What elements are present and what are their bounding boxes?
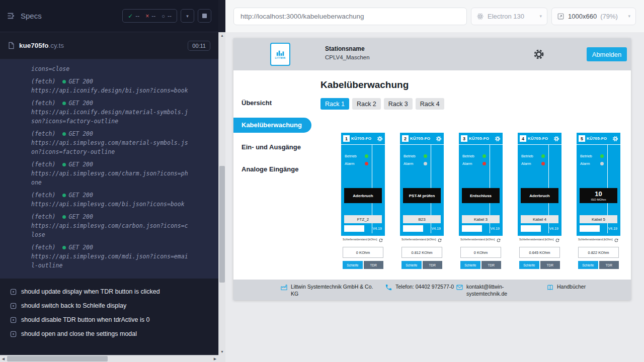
mode-buttons: Schleife TDR [460, 261, 501, 269]
fetch-log-line[interactable]: (fetch)GET 200 [31, 212, 190, 221]
refresh-icon[interactable] [378, 238, 383, 243]
log-entry[interactable]: https://api.simplesvg.com/carbon.json?ic… [31, 221, 190, 239]
factory-icon [280, 284, 288, 291]
horizontal-scrollbar[interactable]: ◀ ▶ [0, 355, 218, 362]
stop-icon [202, 14, 207, 18]
aux-input-field[interactable] [521, 225, 541, 232]
test-stats: ✓-- ×-- ○-- [122, 9, 177, 23]
log-entry[interactable]: (fetch)GET 200 [31, 160, 190, 169]
log-entry[interactable]: icons=close [31, 64, 190, 73]
fetch-log-line[interactable]: (fetch)GET 200 [31, 129, 190, 138]
test-item[interactable]: should switch back to Schleife display [5, 299, 213, 313]
settings-gear-icon[interactable] [533, 49, 544, 60]
fetch-log-line[interactable]: (fetch)GET 200 [31, 99, 190, 108]
log-entry[interactable]: https://api.simplesvg.com/mdi.json?icons… [31, 252, 190, 270]
abmelden-button[interactable]: Abmelden [587, 47, 627, 61]
cable-name-field[interactable]: Kabel 3 [462, 215, 500, 223]
log-entry[interactable]: (fetch)GET 200 [31, 191, 190, 200]
footer-company[interactable]: Littwin Systemtechnik GmbH & Co. KG [280, 283, 375, 297]
vertical-scrollbar[interactable]: ▲ ▼ [218, 32, 225, 355]
card-settings-gear-icon[interactable] [612, 136, 618, 142]
fetch-log-line[interactable]: (fetch)GET 200 [31, 191, 190, 200]
cable-name-field[interactable]: FTZ_2 [344, 215, 382, 223]
schleife-button[interactable]: Schleife [343, 261, 363, 269]
refresh-icon[interactable] [496, 238, 501, 243]
vertical-scroll-thumb[interactable] [219, 166, 225, 283]
log-entry[interactable]: (fetch)GET 200 [31, 129, 190, 138]
scroll-right-arrow[interactable]: ▶ [212, 355, 218, 362]
schleife-button[interactable]: Schleife [519, 261, 539, 269]
cable-name-field[interactable]: Kabel 4 [521, 215, 558, 223]
url-input[interactable] [233, 8, 467, 25]
stop-button[interactable] [198, 9, 211, 23]
sidebar-item-uebersicht[interactable]: Übersicht [233, 96, 311, 111]
tab-rack-1[interactable]: Rack 1 [320, 98, 349, 110]
measurement-header: Schleifenwiderstand [kOhm] [519, 238, 560, 243]
aux-input-field[interactable] [462, 225, 482, 232]
schleife-button[interactable]: Schleife [578, 261, 598, 269]
browser-select[interactable]: Electron 130 ▾ [471, 8, 547, 25]
fetch-log-line[interactable]: (fetch)GET 200 [31, 160, 190, 169]
aux-input-field[interactable] [580, 225, 600, 232]
footer-phone[interactable]: Telefon: 04402 972577-0 [385, 283, 455, 291]
collapse-chevron-button[interactable]: ▾ [181, 9, 194, 23]
specs-title[interactable]: Specs [21, 12, 42, 20]
scroll-up-arrow[interactable]: ▲ [219, 32, 225, 39]
card-settings-gear-icon[interactable] [377, 136, 383, 142]
fetch-log-line[interactable]: (fetch)GET 200 [31, 77, 190, 86]
horizontal-scroll-thumb[interactable] [7, 356, 108, 361]
test-item[interactable]: should disable TDR button when tdrActive… [5, 313, 213, 327]
tdr-button[interactable]: TDR [481, 261, 502, 269]
tab-rack-2[interactable]: Rack 2 [352, 98, 381, 110]
refresh-icon[interactable] [555, 238, 560, 243]
log-entry[interactable]: (fetch)GET 200 [31, 77, 190, 86]
scroll-down-arrow[interactable]: ▼ [219, 348, 225, 355]
footer-manuals[interactable]: Handbücher [546, 283, 586, 291]
log-entry[interactable]: (fetch)GET 200 [31, 99, 190, 108]
viewport-size-select[interactable]: 1000x660 (79%) ▾ [551, 8, 636, 25]
log-entry[interactable]: (fetch)GET 200 [31, 212, 190, 221]
cable-name-field[interactable]: Kabel 5 [580, 215, 617, 223]
specs-menu-icon[interactable] [7, 12, 16, 20]
device-card: 1 KÜ705-FO Betrieb [341, 133, 385, 280]
test-item[interactable]: should update display when TDR button is… [5, 285, 213, 299]
log-entry[interactable]: https://api.simplesvg.com/material-symbo… [31, 138, 190, 156]
tdr-button[interactable]: TDR [423, 261, 443, 269]
footer-email[interactable]: kontakt@littwin-systemtechnik.de [456, 283, 515, 297]
alarm-led [365, 162, 368, 165]
viewport-scale-icon [557, 13, 565, 20]
fetch-log-line[interactable]: (fetch)GET 200 [31, 243, 190, 252]
log-entry[interactable]: https://api.iconify.design/material-symb… [31, 108, 190, 126]
tdr-button[interactable]: TDR [540, 261, 560, 269]
betrieb-row: Betrieb [521, 154, 545, 158]
tdr-button[interactable]: TDR [599, 261, 619, 269]
tab-rack-3[interactable]: Rack 3 [384, 98, 413, 110]
card-settings-gear-icon[interactable] [553, 136, 559, 142]
aux-input-field[interactable] [403, 225, 423, 232]
fetch-label: (fetch) [31, 192, 55, 199]
cable-name-field[interactable]: B23 [403, 215, 441, 223]
refresh-icon[interactable] [614, 238, 619, 243]
refresh-icon[interactable] [437, 238, 442, 243]
sidebar-item-analoge-eingaenge[interactable]: Analoge Eingänge [233, 162, 311, 177]
electron-icon [476, 13, 484, 20]
test-item[interactable]: should open and close the settings modal [5, 327, 213, 341]
card-settings-gear-icon[interactable] [436, 136, 442, 142]
aux-input-field[interactable] [344, 225, 364, 232]
schleife-button[interactable]: Schleife [460, 261, 480, 269]
log-entry[interactable]: https://api.simplesvg.com/charm.json?ico… [31, 169, 190, 187]
log-entry[interactable]: https://api.simplesvg.com/bi.json?icons=… [31, 200, 190, 209]
spec-file-icon [8, 42, 15, 49]
scroll-left-arrow[interactable]: ◀ [0, 355, 7, 362]
schleife-button[interactable]: Schleife [401, 261, 422, 269]
sidebar-item-ein-und-ausgaenge[interactable]: Ein- und Ausgänge [233, 140, 311, 155]
fetch-label: (fetch) [31, 78, 55, 85]
alarm-label: Alarm [404, 161, 414, 166]
log-entry[interactable]: (fetch)GET 200 [31, 243, 190, 252]
rack-tabs: Rack 1 Rack 2 Rack 3 Rack 4 [320, 98, 631, 110]
card-settings-gear-icon[interactable] [495, 136, 501, 142]
tdr-button[interactable]: TDR [364, 261, 384, 269]
tab-rack-4[interactable]: Rack 4 [416, 98, 444, 110]
sidebar-item-kabelueberwachung[interactable]: Kabelüberwachung [233, 118, 311, 133]
log-entry[interactable]: https://api.iconify.design/bi.json?icons… [31, 86, 190, 95]
